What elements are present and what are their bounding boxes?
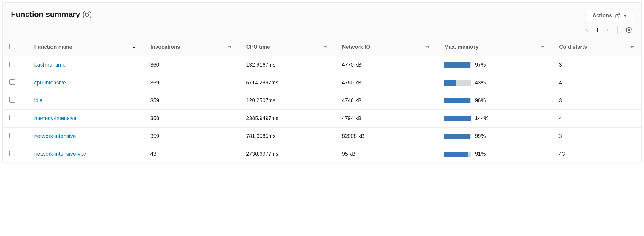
actions-button-label: Actions — [592, 12, 612, 19]
cell-cold-starts: 4 — [552, 74, 641, 92]
memory-bar-fill — [444, 62, 470, 68]
cell-network-io: 82008 kB — [335, 128, 437, 145]
memory-percent: 97% — [475, 62, 486, 68]
row-checkbox[interactable] — [9, 151, 15, 156]
prev-page-button[interactable] — [583, 27, 591, 34]
row-select-cell — [3, 56, 22, 74]
memory-bar — [444, 116, 471, 121]
row-select-cell — [3, 128, 22, 145]
cell-cpu-time: 132.9167ms — [239, 56, 335, 74]
cell-max-memory: 144% — [437, 110, 552, 128]
col-cpu-time-label: CPU time — [246, 44, 270, 50]
table-row: cpu-intensive3596714.2897ms4780 kB43%4 — [3, 74, 641, 92]
table-header-row: Function name Invocations — [3, 38, 641, 56]
memory-bar-fill — [444, 98, 469, 103]
col-invocations[interactable]: Invocations — [143, 38, 239, 56]
col-cold-starts-label: Cold starts — [559, 44, 587, 50]
cell-max-memory: 91% — [437, 145, 552, 163]
cell-function-name: network-intensive-vpc — [22, 145, 143, 163]
function-link[interactable]: network-intensive — [34, 133, 76, 139]
chevron-right-icon — [605, 28, 610, 33]
svg-marker-8 — [631, 46, 633, 48]
cell-invocations: 359 — [143, 74, 239, 92]
cell-cpu-time: 2385.9497ms — [239, 110, 335, 128]
table-row: network-intensive-vpc432730.6977ms95 kB9… — [3, 145, 641, 163]
row-checkbox[interactable] — [9, 97, 15, 103]
function-link[interactable]: bash-runtime — [34, 62, 66, 68]
sort-icon — [630, 45, 634, 49]
cell-cold-starts: 43 — [552, 145, 641, 163]
row-select-cell — [3, 110, 22, 128]
memory-percent: 96% — [475, 97, 486, 104]
memory-bar — [444, 98, 471, 103]
cell-network-io: 4746 kB — [335, 92, 437, 110]
separator — [617, 26, 618, 34]
col-network-io[interactable]: Network IO — [335, 38, 437, 56]
cell-cpu-time: 2730.6977ms — [239, 145, 335, 163]
row-select-cell — [3, 145, 22, 163]
cell-max-memory: 99% — [437, 128, 552, 145]
memory-bar-fill — [444, 152, 468, 157]
svg-marker-7 — [541, 46, 544, 48]
function-link[interactable]: idle — [34, 97, 43, 103]
select-all-header — [3, 38, 22, 56]
function-link[interactable]: cpu-intensive — [34, 80, 66, 86]
svg-marker-3 — [132, 46, 135, 48]
cell-network-io: 4780 kB — [335, 74, 437, 92]
cell-invocations: 43 — [143, 145, 239, 163]
table-row: idle359120.2507ms4746 kB96%3 — [3, 92, 641, 110]
memory-bar — [444, 134, 471, 139]
memory-percent: 43% — [475, 80, 486, 86]
actions-button[interactable]: Actions — [587, 10, 633, 21]
col-max-memory[interactable]: Max. memory — [437, 38, 552, 56]
function-link[interactable]: network-intensive-vpc — [34, 151, 86, 157]
panel-title-text: Function summary — [11, 10, 80, 19]
cell-function-name: bash-runtime — [22, 56, 143, 74]
memory-bar-fill — [444, 80, 456, 86]
col-cpu-time[interactable]: CPU time — [239, 38, 335, 56]
memory-bar-fill — [444, 116, 471, 121]
panel-title-count: (6) — [83, 10, 92, 19]
cell-max-memory: 96% — [437, 92, 552, 110]
cell-cpu-time: 6714.2897ms — [239, 74, 335, 92]
page-number: 1 — [596, 27, 599, 34]
header-controls: Actions — [583, 10, 633, 34]
table-row: memory-intensive3582385.9497ms4794 kB144… — [3, 110, 641, 128]
row-checkbox[interactable] — [9, 115, 15, 120]
cell-invocations: 358 — [143, 110, 239, 128]
memory-bar — [444, 62, 471, 68]
col-invocations-label: Invocations — [150, 44, 180, 50]
cell-function-name: network-intensive — [22, 128, 143, 145]
cell-function-name: idle — [22, 92, 143, 110]
select-all-checkbox[interactable] — [9, 44, 15, 49]
cell-cold-starts: 3 — [552, 128, 641, 145]
col-cold-starts[interactable]: Cold starts — [552, 38, 641, 56]
cell-cold-starts: 3 — [552, 92, 641, 110]
memory-bar — [444, 152, 471, 157]
row-checkbox[interactable] — [9, 133, 15, 138]
svg-line-0 — [617, 14, 620, 16]
memory-bar-fill — [444, 134, 470, 139]
cell-network-io: 4770 kB — [335, 56, 437, 74]
row-checkbox[interactable] — [9, 79, 15, 85]
cell-max-memory: 43% — [437, 74, 552, 92]
memory-percent: 144% — [475, 115, 488, 122]
sort-icon — [323, 45, 328, 49]
sort-asc-icon — [132, 45, 136, 49]
caret-down-icon — [623, 14, 627, 18]
cell-cold-starts: 4 — [552, 110, 641, 128]
col-function-name[interactable]: Function name — [22, 38, 143, 56]
settings-button[interactable] — [625, 26, 633, 34]
external-link-icon — [615, 13, 620, 18]
sort-icon — [228, 45, 232, 49]
table-row: bash-runtime360132.9167ms4770 kB97%3 — [3, 56, 641, 74]
row-checkbox[interactable] — [9, 62, 15, 67]
pagination: 1 — [583, 26, 633, 34]
cell-network-io: 4794 kB — [335, 110, 437, 128]
next-page-button[interactable] — [604, 27, 611, 34]
col-network-io-label: Network IO — [342, 44, 370, 50]
memory-percent: 91% — [475, 151, 486, 157]
svg-marker-1 — [624, 15, 626, 17]
function-link[interactable]: memory-intensive — [34, 115, 77, 121]
sort-icon — [426, 45, 430, 49]
